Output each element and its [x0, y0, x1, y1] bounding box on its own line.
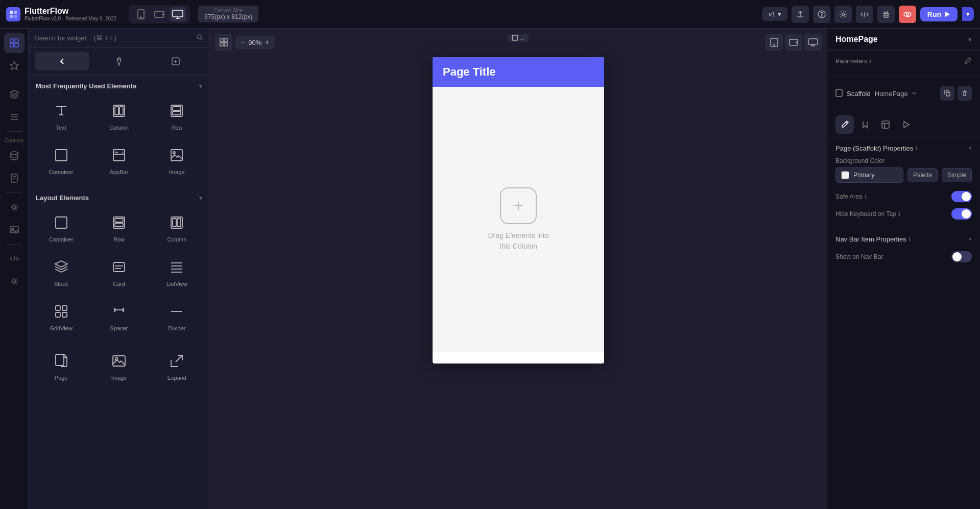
- svg-rect-45: [115, 223, 123, 227]
- desktop-view-btn[interactable]: [804, 34, 822, 51]
- run-button[interactable]: Run: [920, 7, 958, 21]
- spacer-layout-item[interactable]: Spacer: [90, 296, 147, 339]
- bg-color-button[interactable]: Primary: [835, 167, 903, 183]
- page-widget-item[interactable]: Page: [33, 345, 89, 389]
- prop-tab-play[interactable]: [897, 115, 915, 134]
- bg-color-swatch: [841, 171, 849, 179]
- tablet-view-btn[interactable]: [785, 34, 802, 51]
- expand-widget-icon: [169, 353, 185, 372]
- code-button[interactable]: [856, 6, 873, 23]
- stack-layout-item[interactable]: Stack: [33, 251, 89, 295]
- expand-widget-item[interactable]: Expand: [149, 345, 205, 389]
- version-button[interactable]: v1 ▾: [762, 7, 787, 21]
- stack-layout-label: Stack: [54, 281, 68, 287]
- android-button[interactable]: [877, 6, 895, 23]
- container-widget-item[interactable]: Container: [33, 139, 89, 183]
- container-layout-item[interactable]: Container: [33, 207, 89, 250]
- svg-rect-3: [14, 15, 17, 18]
- sidebar-icon-list[interactable]: [4, 107, 25, 127]
- prop-tab-interaction[interactable]: [856, 115, 874, 134]
- hide-keyboard-toggle[interactable]: [951, 208, 972, 220]
- row-layout-item[interactable]: Row: [90, 207, 147, 250]
- row-widget-item[interactable]: Row: [149, 95, 205, 138]
- tablet-device-btn[interactable]: [151, 7, 168, 21]
- scaffold-delete-button[interactable]: [958, 86, 972, 101]
- prop-tab-layout[interactable]: [876, 115, 895, 134]
- desktop-device-btn[interactable]: [170, 7, 186, 21]
- divider-layout-item[interactable]: Divider: [149, 296, 205, 339]
- safe-area-info-icon[interactable]: ℹ: [865, 193, 867, 200]
- zoom-in-button[interactable]: +: [265, 38, 269, 47]
- sidebar-icon-layers[interactable]: [4, 84, 25, 105]
- show-nav-bar-row: Show on Nav Bar: [835, 248, 972, 265]
- card-layout-item[interactable]: Card: [90, 251, 147, 295]
- svg-point-7: [162, 14, 163, 15]
- parameters-section: Parameters ℹ: [827, 51, 980, 76]
- image-widget-item[interactable]: Image: [149, 139, 205, 183]
- svg-rect-50: [113, 262, 125, 272]
- phone-appbar: Page Title: [433, 57, 604, 87]
- sidebar-icon-database[interactable]: [4, 146, 25, 166]
- diamond-tab[interactable]: [91, 52, 146, 70]
- svg-point-15: [906, 13, 909, 15]
- sidebar-icon-gear[interactable]: [4, 271, 25, 292]
- appbar-widget-label: AppBar: [110, 169, 129, 175]
- sidebar-icon-page[interactable]: [4, 168, 25, 188]
- photo-widget-item[interactable]: Image: [90, 345, 147, 389]
- column-layout-item[interactable]: Column: [149, 207, 205, 250]
- phone-view-btn[interactable]: [766, 34, 783, 51]
- settings-button[interactable]: [834, 6, 852, 23]
- listview-layout-item[interactable]: ListView: [149, 251, 205, 295]
- gridview-layout-item[interactable]: GridView: [33, 296, 89, 339]
- run-expand-button[interactable]: ▾: [962, 7, 974, 21]
- card-layout-icon: [111, 259, 127, 278]
- phone-device-btn[interactable]: [133, 7, 149, 21]
- text-widget-item[interactable]: Text: [33, 95, 89, 138]
- parameters-row: Parameters ℹ: [835, 57, 972, 65]
- back-tab[interactable]: [35, 52, 89, 70]
- nav-bar-info-icon[interactable]: ℹ: [909, 236, 911, 243]
- appbar-widget-item[interactable]: AppBar: [90, 139, 147, 183]
- svg-point-71: [774, 44, 775, 45]
- column-widget-item[interactable]: Column: [90, 95, 147, 138]
- svg-point-41: [173, 152, 175, 154]
- listview-layout-icon: [169, 259, 185, 278]
- upload-button[interactable]: [792, 6, 809, 23]
- svg-rect-19: [15, 43, 18, 47]
- layout-section-header[interactable]: Layout Elements ▾: [29, 187, 209, 207]
- simple-button[interactable]: Simple: [942, 168, 972, 182]
- hide-keyboard-info-icon[interactable]: ℹ: [898, 211, 900, 217]
- phone-page-title: Page Title: [443, 65, 594, 79]
- fit-screen-button[interactable]: [215, 34, 232, 51]
- help-button[interactable]: [813, 6, 830, 23]
- main-layout: Connect: [0, 29, 980, 509]
- page-indicator: ...: [508, 34, 529, 42]
- safe-area-toggle[interactable]: [951, 191, 972, 202]
- phone-body[interactable]: Drag Elements intothis Column: [433, 87, 604, 352]
- svg-rect-76: [836, 89, 842, 96]
- parameters-info-icon[interactable]: ℹ: [869, 58, 871, 64]
- add-widget-tab[interactable]: [149, 52, 203, 70]
- sidebar-icon-home[interactable]: [4, 33, 25, 53]
- scaffold-props-info-icon[interactable]: ℹ: [915, 145, 917, 152]
- prop-tab-pencil[interactable]: [835, 115, 854, 134]
- search-input[interactable]: [35, 34, 192, 42]
- show-nav-bar-toggle[interactable]: [951, 251, 972, 262]
- sidebar-icon-favorites[interactable]: [4, 55, 25, 76]
- zoom-out-button[interactable]: −: [241, 38, 245, 47]
- divider-layout-label: Divider: [168, 325, 185, 331]
- search-bar: [29, 29, 209, 48]
- scaffold-copy-button[interactable]: [940, 86, 954, 101]
- most-used-section-header[interactable]: Most Frequently Used Elements ▾: [29, 75, 209, 95]
- scaffold-edit-icon[interactable]: ✏: [912, 90, 917, 97]
- parameters-edit-icon[interactable]: [965, 57, 972, 65]
- sidebar-icon-media[interactable]: [4, 220, 25, 240]
- canvas-area: − 90% + ... Page Title: [210, 29, 827, 509]
- phone-frame: Page Title Drag Elements intothis Column: [433, 57, 604, 363]
- preview-button[interactable]: [899, 6, 916, 23]
- sidebar-icon-settings[interactable]: [4, 197, 25, 217]
- page-widget-label: Page: [55, 375, 68, 381]
- palette-button[interactable]: Palette: [907, 168, 938, 182]
- sidebar-icon-code[interactable]: [4, 249, 25, 269]
- svg-rect-8: [173, 10, 183, 17]
